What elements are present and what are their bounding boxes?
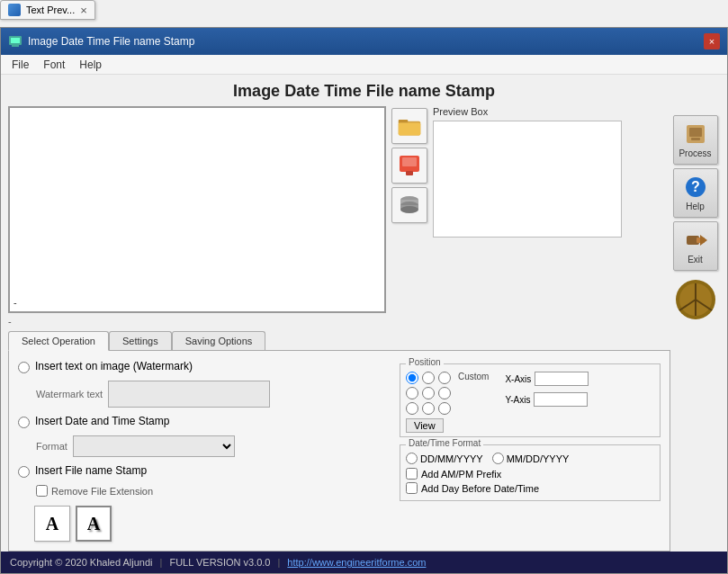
radio-watermark-label: Insert text on image (Watermark) bbox=[35, 360, 193, 372]
image-canvas: - bbox=[8, 106, 386, 313]
tab-saving-options[interactable]: Saving Options bbox=[172, 331, 266, 351]
help-button[interactable]: ? Help bbox=[673, 168, 718, 218]
menu-file[interactable]: File bbox=[4, 57, 36, 73]
pos-bot-left[interactable] bbox=[406, 402, 418, 415]
remove-image-button[interactable] bbox=[391, 148, 427, 184]
tab-left-options: Insert text on image (Watermark) Waterma… bbox=[18, 360, 391, 542]
y-axis-input[interactable] bbox=[534, 392, 588, 407]
svg-rect-1 bbox=[11, 38, 20, 43]
svg-rect-7 bbox=[402, 157, 417, 166]
right-panel: Process ? Help Exit bbox=[670, 106, 720, 552]
remove-extension-checkbox[interactable] bbox=[36, 485, 48, 497]
watermark-text-input[interactable] bbox=[108, 381, 270, 408]
title-bar: Image Date Time File name Stamp × bbox=[1, 28, 727, 55]
remove-extension-row: Remove File Extension bbox=[36, 485, 391, 497]
radio-watermark-group: Insert text on image (Watermark) bbox=[18, 360, 391, 373]
app-title: Image Date Time File name Stamp bbox=[1, 75, 727, 106]
sep1: | bbox=[160, 557, 163, 568]
format-row: Format bbox=[36, 435, 391, 457]
ampm-label: Add AM/PM Prefix bbox=[421, 469, 501, 480]
logo-icon bbox=[674, 278, 717, 321]
tabs-container: Select Operation Settings Saving Options… bbox=[8, 331, 670, 552]
day-checkbox[interactable] bbox=[406, 482, 418, 494]
view-button[interactable]: View bbox=[406, 418, 444, 433]
format-select[interactable] bbox=[73, 435, 235, 457]
datetime-format-group: Date/Time Format DD/MM/YYYY bbox=[400, 444, 661, 501]
website-link[interactable]: http://www.engineeritforme.com bbox=[287, 557, 426, 568]
pos-mid-right[interactable] bbox=[438, 387, 451, 399]
x-axis-row: X-Axis bbox=[505, 372, 589, 386]
tab-content-row: Insert text on image (Watermark) Waterma… bbox=[18, 360, 661, 542]
watermark-text-label: Watermark text bbox=[36, 389, 103, 399]
remove-extension-label: Remove File Extension bbox=[51, 486, 153, 497]
sep2: | bbox=[278, 557, 281, 568]
position-label: Position bbox=[406, 357, 444, 367]
menu-help[interactable]: Help bbox=[72, 57, 109, 73]
datetime-format-label: Date/Time Format bbox=[406, 438, 483, 448]
dt-radio-mmddyyyy: MM/DD/YYYY bbox=[492, 453, 570, 464]
tabs-header: Select Operation Settings Saving Options bbox=[8, 331, 670, 351]
preview-box-content bbox=[433, 121, 622, 238]
axis-group: X-Axis Y-Axis bbox=[505, 372, 589, 407]
radio-ddmmyyyy[interactable] bbox=[406, 453, 418, 464]
image-preview-area: - bbox=[8, 106, 670, 313]
dash-label-row: - bbox=[8, 313, 670, 331]
process-button[interactable]: Process bbox=[673, 115, 718, 165]
svg-text:?: ? bbox=[691, 179, 700, 194]
svg-rect-16 bbox=[691, 138, 700, 140]
coins-button[interactable] bbox=[391, 187, 427, 223]
canvas-dash-label: - bbox=[13, 297, 17, 308]
dt-radio-row: DD/MM/YYYY MM/DD/YYYY bbox=[406, 453, 654, 464]
y-axis-row: Y-Axis bbox=[505, 392, 589, 407]
font-shadow-button[interactable]: A bbox=[76, 506, 112, 542]
radio-mmddyyyy-label: MM/DD/YYYY bbox=[507, 453, 570, 464]
ampm-checkbox[interactable] bbox=[406, 468, 418, 480]
pos-top-right[interactable] bbox=[438, 372, 451, 384]
radio-ddmmyyyy-label: DD/MM/YYYY bbox=[420, 453, 483, 464]
y-axis-label: Y-Axis bbox=[505, 395, 530, 405]
x-axis-input[interactable] bbox=[535, 372, 589, 386]
format-label: Format bbox=[36, 441, 67, 452]
float-tab-label: Text Prev... bbox=[26, 4, 75, 15]
svg-rect-5 bbox=[399, 123, 421, 136]
radio-filename[interactable] bbox=[18, 466, 30, 478]
pos-bot-center[interactable] bbox=[422, 402, 435, 415]
menu-font[interactable]: Font bbox=[36, 57, 72, 73]
pos-top-center[interactable] bbox=[422, 372, 435, 384]
svg-rect-8 bbox=[406, 171, 413, 175]
pos-top-left[interactable] bbox=[406, 372, 418, 384]
menu-bar: File Font Help bbox=[1, 55, 727, 75]
radio-datetime-group: Insert Date and Time Stamp bbox=[18, 415, 391, 428]
open-folder-button[interactable] bbox=[391, 108, 427, 144]
radio-mmddyyyy[interactable] bbox=[492, 453, 504, 464]
position-group: Position Custom bbox=[400, 363, 661, 437]
float-tab-close-button[interactable]: × bbox=[80, 4, 87, 16]
radio-datetime-label: Insert Date and Time Stamp bbox=[35, 415, 169, 427]
tab-select-operation[interactable]: Select Operation bbox=[8, 331, 109, 351]
position-grid-area: Custom bbox=[406, 372, 489, 433]
radio-filename-label: Insert File name Stamp bbox=[35, 464, 147, 477]
exit-button[interactable]: Exit bbox=[673, 221, 718, 271]
app-icon bbox=[8, 34, 22, 49]
tab-settings[interactable]: Settings bbox=[109, 331, 172, 351]
svg-rect-2 bbox=[12, 45, 19, 47]
svg-point-13 bbox=[400, 206, 418, 213]
font-regular-button[interactable]: A bbox=[34, 506, 70, 542]
version-text: FULL VERSION v3.0.0 bbox=[169, 557, 270, 568]
x-axis-label: X-Axis bbox=[505, 374, 531, 384]
radio-watermark[interactable] bbox=[18, 362, 30, 373]
pos-mid-left[interactable] bbox=[406, 387, 418, 399]
preview-box-label: Preview Box bbox=[433, 106, 622, 117]
float-tab-icon bbox=[8, 4, 21, 16]
dash-label: - bbox=[8, 314, 12, 328]
pos-mid-center[interactable] bbox=[422, 387, 435, 399]
day-label: Add Day Before Date/Time bbox=[421, 483, 539, 494]
close-button[interactable]: × bbox=[704, 33, 720, 49]
watermark-text-row: Watermark text bbox=[36, 381, 391, 408]
radio-datetime[interactable] bbox=[18, 417, 30, 428]
day-row: Add Day Before Date/Time bbox=[406, 482, 654, 494]
copyright-text: Copyright © 2020 Khaled Aljundi bbox=[10, 557, 153, 568]
float-tab[interactable]: Text Prev... × bbox=[0, 0, 95, 20]
pos-bot-right[interactable] bbox=[438, 402, 451, 415]
tab-content-area: Insert text on image (Watermark) Waterma… bbox=[8, 350, 670, 552]
